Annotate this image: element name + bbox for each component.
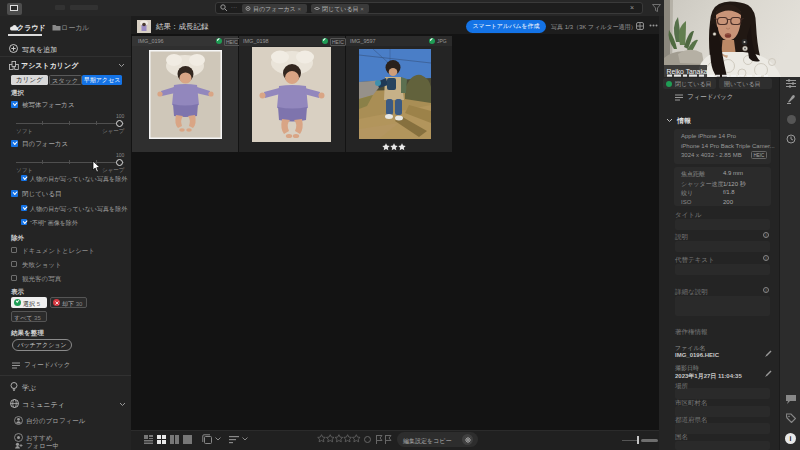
svg-text:Reiko Tanaka: Reiko Tanaka bbox=[667, 68, 708, 75]
